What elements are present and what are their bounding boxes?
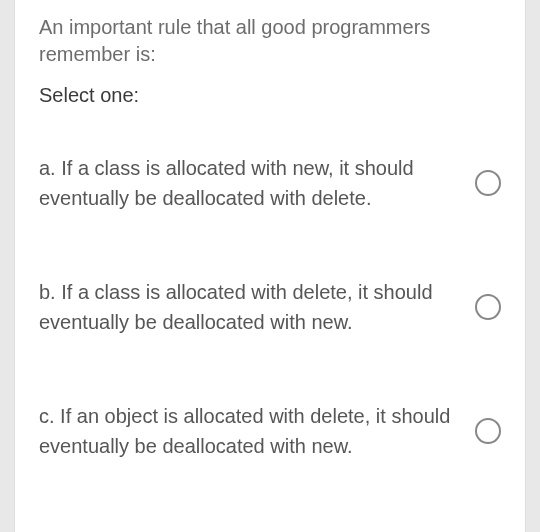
option-row[interactable]: c. If an object is allocated with delete… <box>39 369 501 493</box>
select-one-instruction: Select one: <box>39 82 501 109</box>
options-list: a. If a class is allocated with new, it … <box>39 121 501 532</box>
option-label: c. If an object is allocated with delete… <box>39 401 459 461</box>
option-label: a. If a class is allocated with new, it … <box>39 153 459 213</box>
radio-button[interactable] <box>475 294 501 320</box>
option-label: d. If an object is allocated with new, i… <box>39 525 459 532</box>
option-row[interactable]: a. If a class is allocated with new, it … <box>39 121 501 245</box>
option-row[interactable]: b. If a class is allocated with delete, … <box>39 245 501 369</box>
radio-button[interactable] <box>475 418 501 444</box>
option-row[interactable]: d. If an object is allocated with new, i… <box>39 493 501 532</box>
radio-button[interactable] <box>475 170 501 196</box>
question-text: An important rule that all good programm… <box>39 14 501 68</box>
question-card: An important rule that all good programm… <box>14 0 526 532</box>
option-label: b. If a class is allocated with delete, … <box>39 277 459 337</box>
